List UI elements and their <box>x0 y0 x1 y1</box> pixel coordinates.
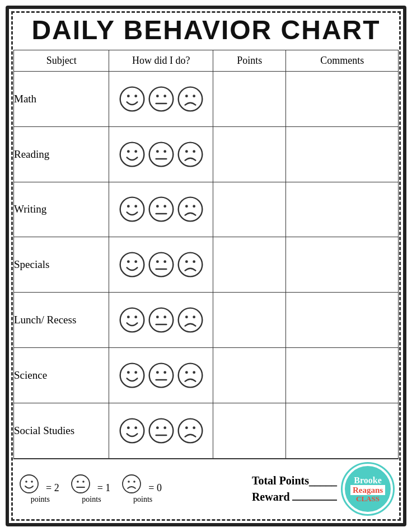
subject-cell-0: Math <box>14 71 109 126</box>
svg-point-70 <box>20 475 38 493</box>
emoji-cell-0 <box>109 71 213 126</box>
logo-text-reagans: Reagans <box>350 485 385 495</box>
svg-point-23 <box>149 197 173 222</box>
svg-point-34 <box>156 261 159 263</box>
svg-point-59 <box>193 371 195 374</box>
svg-point-37 <box>178 253 202 277</box>
sad-face-icon <box>177 307 204 333</box>
reward-label: Reward <box>252 491 337 503</box>
svg-point-11 <box>127 150 130 153</box>
emoji-group-5 <box>109 362 213 389</box>
svg-point-5 <box>163 95 166 97</box>
emoji-group-6 <box>109 417 213 444</box>
subject-cell-3: Specials <box>14 237 109 293</box>
table-row: Lunch/ Recess <box>14 293 399 348</box>
footer: = 2 points = 1 points <box>13 459 399 519</box>
happy-face-icon <box>119 141 146 168</box>
svg-point-18 <box>185 150 188 153</box>
happy-face-icon <box>119 307 146 333</box>
svg-point-27 <box>178 197 202 222</box>
svg-point-39 <box>193 261 195 263</box>
page-title: DAILY BEHAVIOR CHART <box>13 13 399 45</box>
svg-point-65 <box>163 426 166 429</box>
svg-point-17 <box>178 142 202 166</box>
svg-point-61 <box>127 426 130 429</box>
equals-3: = 0 <box>148 482 162 494</box>
svg-point-48 <box>185 316 188 319</box>
svg-point-77 <box>123 475 141 493</box>
emoji-group-0 <box>109 86 213 112</box>
sad-face-icon <box>177 251 204 278</box>
points-cell-3 <box>213 237 286 293</box>
svg-point-63 <box>149 419 173 443</box>
sad-face-icon <box>121 474 142 494</box>
sad-face-icon <box>177 362 204 389</box>
table-row: Writing <box>14 182 399 237</box>
comments-cell-6 <box>286 403 399 459</box>
col-header-howdidido: How did I do? <box>109 50 213 71</box>
table-row: Specials <box>14 237 399 293</box>
emoji-cell-2 <box>109 182 213 237</box>
behavior-chart: Subject How did I do? Points Comments Ma… <box>13 50 399 459</box>
emoji-group-4 <box>109 307 213 333</box>
svg-point-40 <box>120 308 144 332</box>
svg-point-28 <box>185 205 188 208</box>
legend: = 2 points = 1 points <box>19 474 252 504</box>
svg-point-12 <box>134 150 137 153</box>
svg-point-53 <box>149 364 173 388</box>
svg-point-47 <box>178 308 202 332</box>
total-section: Total Points_____ Reward <box>252 474 337 503</box>
neutral-face-icon <box>148 307 175 333</box>
emoji-group-3 <box>109 251 213 278</box>
neutral-face-icon <box>71 474 91 494</box>
legend-pts-1: points <box>82 495 101 504</box>
neutral-face-icon <box>148 196 175 223</box>
svg-point-15 <box>163 150 166 153</box>
svg-point-33 <box>149 253 173 277</box>
svg-point-68 <box>185 426 188 429</box>
emoji-cell-4 <box>109 293 213 348</box>
happy-face-icon <box>119 417 146 444</box>
svg-point-25 <box>163 205 166 208</box>
svg-point-49 <box>193 316 195 319</box>
legend-item-1pt: = 1 points <box>71 474 113 504</box>
legend-item-2pts: = 2 points <box>19 474 62 504</box>
sad-face-icon <box>177 141 204 168</box>
neutral-face-icon <box>148 251 175 278</box>
svg-point-78 <box>128 481 130 483</box>
subject-cell-5: Science <box>14 348 109 403</box>
comments-cell-5 <box>286 348 399 403</box>
svg-point-69 <box>193 426 195 429</box>
points-cell-0 <box>213 71 286 126</box>
svg-point-32 <box>134 261 137 263</box>
emoji-cell-5 <box>109 348 213 403</box>
neutral-face-icon <box>148 362 175 389</box>
col-header-points: Points <box>213 50 286 71</box>
svg-point-9 <box>193 95 195 97</box>
emoji-group-1 <box>109 141 213 168</box>
happy-face-icon <box>119 251 146 278</box>
svg-point-2 <box>134 95 137 97</box>
happy-face-icon <box>119 86 146 112</box>
svg-point-31 <box>127 261 130 263</box>
svg-point-35 <box>163 261 166 263</box>
logo-text-class: CLASS <box>356 495 380 502</box>
svg-point-4 <box>156 95 159 97</box>
subject-cell-2: Writing <box>14 182 109 237</box>
svg-point-8 <box>185 95 188 97</box>
equals-1: = 2 <box>46 482 59 494</box>
svg-point-10 <box>120 142 144 166</box>
svg-point-67 <box>178 419 202 443</box>
sad-face-icon <box>177 196 204 223</box>
comments-cell-1 <box>286 126 399 182</box>
sad-face-icon <box>177 86 204 112</box>
svg-point-29 <box>193 205 195 208</box>
comments-cell-4 <box>286 293 399 348</box>
svg-point-74 <box>77 481 79 483</box>
col-header-subject: Subject <box>14 50 109 71</box>
svg-point-55 <box>163 371 166 374</box>
svg-point-72 <box>31 481 33 483</box>
svg-point-44 <box>156 316 159 319</box>
svg-point-41 <box>127 316 130 319</box>
svg-point-73 <box>72 475 90 493</box>
